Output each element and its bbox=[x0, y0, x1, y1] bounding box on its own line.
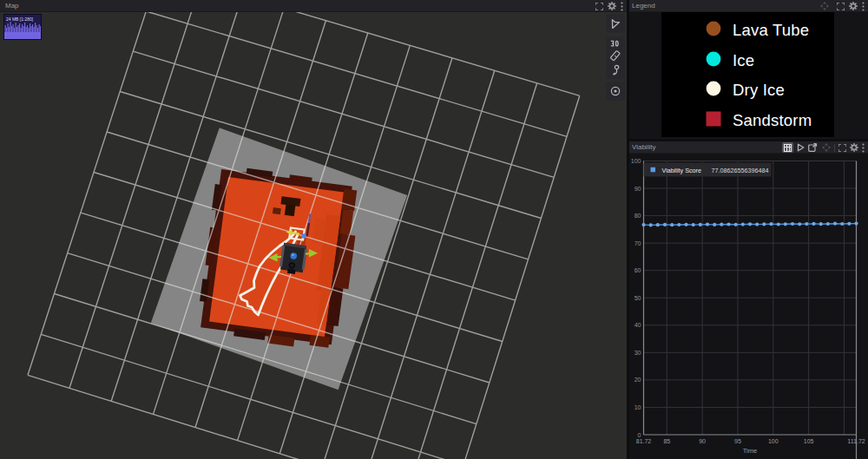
svg-text:90: 90 bbox=[635, 186, 641, 192]
svg-text:90: 90 bbox=[699, 438, 706, 444]
svg-text:70: 70 bbox=[635, 240, 641, 246]
svg-text:Time: Time bbox=[743, 447, 757, 455]
svg-text:100: 100 bbox=[768, 438, 779, 444]
svg-text:0: 0 bbox=[638, 432, 641, 438]
svg-text:40: 40 bbox=[635, 322, 641, 328]
svg-text:20: 20 bbox=[635, 377, 641, 383]
svg-text:50: 50 bbox=[635, 295, 641, 301]
svg-text:100: 100 bbox=[631, 158, 641, 164]
svg-text:24 MB [1:280]: 24 MB [1:280] bbox=[6, 16, 34, 22]
svg-text:30: 30 bbox=[635, 350, 641, 356]
svg-text:111.72: 111.72 bbox=[847, 438, 865, 444]
svg-text:77.08626556396484: 77.08626556396484 bbox=[712, 167, 769, 174]
svg-text:80: 80 bbox=[635, 213, 641, 219]
svg-text:85: 85 bbox=[663, 438, 670, 444]
svg-text:95: 95 bbox=[734, 438, 741, 444]
svg-text:10: 10 bbox=[635, 404, 641, 410]
svg-text:81.72: 81.72 bbox=[636, 438, 652, 444]
svg-text:105: 105 bbox=[804, 438, 814, 444]
svg-text:60: 60 bbox=[635, 267, 641, 273]
svg-text:Viability Score: Viability Score bbox=[662, 167, 701, 174]
